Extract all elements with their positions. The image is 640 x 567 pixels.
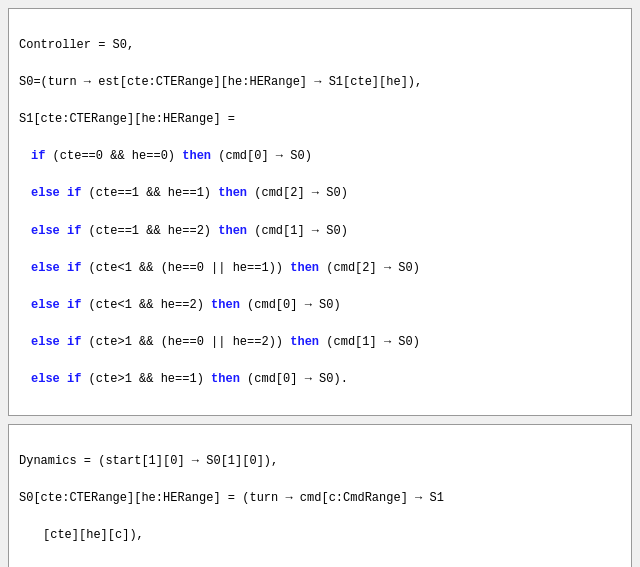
controller-block: Controller = S0, S0=(turn → est[cte:CTER… <box>8 8 632 416</box>
code-line: S1[cte:CTERange][he:HERange] = <box>19 110 621 129</box>
code-line: else if (cte<1 && he==2) then (cmd[0] → … <box>19 296 621 315</box>
code-line: S0=(turn → est[cte:CTERange][he:HERange]… <box>19 73 621 92</box>
code-line: S0[cte:CTERange][he:HERange] = (turn → c… <box>19 489 621 508</box>
code-line: else if (cte>1 && he==1) then (cmd[0] → … <box>19 370 621 389</box>
code-line: if (cte==0 && he==0) then (cmd[0] → S0) <box>19 147 621 166</box>
code-line: Dynamics = (start[1][0] → S0[1][0]), <box>19 452 621 471</box>
code-line: S1[cte:CTERange][he:HERange][c:CmdRange]… <box>19 564 621 567</box>
code-line: else if (cte==1 && he==1) then (cmd[2] →… <box>19 184 621 203</box>
code-line: else if (cte>1 && (he==0 || he==2)) then… <box>19 333 621 352</box>
dynamics-block: Dynamics = (start[1][0] → S0[1][0]), S0[… <box>8 424 632 567</box>
code-line: [cte][he][c]), <box>19 526 621 545</box>
code-line: Controller = S0, <box>19 36 621 55</box>
code-line: else if (cte<1 && (he==0 || he==1)) then… <box>19 259 621 278</box>
code-line: else if (cte==1 && he==2) then (cmd[1] →… <box>19 222 621 241</box>
